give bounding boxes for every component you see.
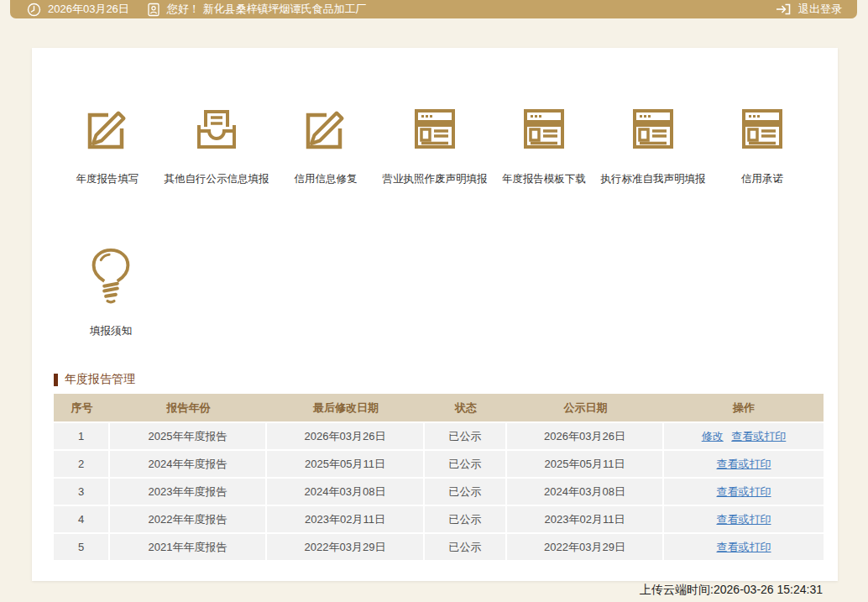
cell-actions: 查看或打印 — [664, 505, 824, 532]
logout-button[interactable]: 退出登录 — [775, 2, 842, 17]
quick-action-license-void-declaration[interactable]: 营业执照作废声明填报 — [380, 103, 489, 186]
table-row: 4 2022年年度报告 2023年02月11日 已公示 2023年02月11日 … — [54, 505, 824, 532]
cell-publish-date: 2026年03月26日 — [507, 421, 664, 449]
cell-no: 3 — [54, 477, 110, 505]
quick-action-annual-report-fill[interactable]: 年度报告填写 — [53, 103, 162, 186]
cell-last-modified: 2026年03月26日 — [267, 421, 425, 449]
view-or-print-link[interactable]: 查看或打印 — [717, 513, 771, 526]
edit-icon — [300, 103, 352, 155]
quick-action-label: 其他自行公示信息填报 — [165, 172, 269, 186]
window-form-icon — [736, 103, 788, 155]
quick-action-credit-commitment[interactable]: 信用承诺 — [708, 103, 817, 186]
cell-publish-date: 2024年03月08日 — [507, 477, 664, 505]
column-header-no: 序号 — [54, 394, 110, 421]
cell-status: 已公示 — [425, 449, 507, 477]
table-row: 2 2024年年度报告 2025年05月11日 已公示 2025年05月11日 … — [54, 449, 824, 477]
cell-no: 5 — [54, 532, 110, 560]
cell-actions: 查看或打印 — [664, 449, 824, 477]
window-form-icon — [518, 103, 570, 155]
quick-action-credit-repair[interactable]: 信用信息修复 — [271, 103, 380, 186]
cell-publish-date: 2025年05月11日 — [507, 449, 664, 477]
cell-publish-date: 2023年02月11日 — [507, 505, 664, 532]
quick-action-label: 信用承诺 — [741, 172, 783, 186]
quick-action-label: 年度报告模板下载 — [502, 172, 586, 186]
cell-no: 2 — [54, 449, 110, 477]
annual-report-table: 序号 报告年份 最后修改日期 状态 公示日期 操作 1 2025年年度报告 20… — [54, 394, 824, 560]
inbox-document-icon — [191, 103, 243, 155]
cell-actions: 查看或打印 — [664, 477, 824, 505]
view-or-print-link[interactable]: 查看或打印 — [731, 430, 786, 442]
current-date: 2026年03月26日 — [48, 2, 129, 17]
clock-icon — [27, 3, 41, 17]
quick-action-standard-self-declaration[interactable]: 执行标准自我声明填报 — [599, 103, 708, 186]
upload-cloud-timestamp: 上传云端时间:2026-03-26 15:24:31 — [640, 583, 823, 598]
filing-notice-button[interactable]: 填报须知 — [57, 247, 165, 338]
column-header-status: 状态 — [425, 394, 507, 421]
logout-icon — [775, 3, 792, 16]
cell-report-year: 2022年年度报告 — [110, 505, 267, 532]
cell-status: 已公示 — [425, 421, 507, 449]
annual-report-section-header: 年度报告管理 — [54, 372, 838, 387]
column-header-report-year: 报告年份 — [110, 394, 267, 421]
table-row: 5 2021年年度报告 2022年03月29日 已公示 2022年03月29日 … — [54, 532, 824, 560]
quick-action-annual-report-template[interactable]: 年度报告模板下载 — [489, 103, 599, 186]
cell-last-modified: 2025年05月11日 — [267, 449, 425, 477]
cell-last-modified: 2024年03月08日 — [267, 477, 425, 505]
quick-action-label: 执行标准自我声明填报 — [601, 172, 706, 186]
topbar: 2026年03月26日 您好！ 新化县桑梓镇坪烟谭氏食品加工厂 退出登录 — [10, 0, 857, 18]
cell-status: 已公示 — [425, 477, 507, 505]
edit-icon — [81, 103, 133, 155]
column-header-actions: 操作 — [664, 394, 824, 421]
quick-action-label: 年度报告填写 — [76, 172, 139, 186]
table-row: 1 2025年年度报告 2026年03月26日 已公示 2026年03月26日 … — [54, 421, 824, 449]
cell-last-modified: 2022年03月29日 — [267, 532, 425, 560]
cell-actions: 查看或打印 — [664, 532, 824, 560]
cell-no: 4 — [54, 505, 110, 532]
cell-last-modified: 2023年02月11日 — [267, 505, 425, 532]
view-or-print-link[interactable]: 查看或打印 — [717, 485, 771, 498]
logout-label: 退出登录 — [798, 2, 842, 17]
quick-action-label: 信用信息修复 — [295, 172, 358, 186]
cell-status: 已公示 — [425, 505, 507, 532]
cell-report-year: 2023年年度报告 — [110, 477, 267, 505]
quick-actions-row: 年度报告填写 其他自行公示信息填报 信用信息修复 — [32, 48, 838, 186]
quick-action-label: 营业执照作废声明填报 — [383, 172, 488, 186]
cell-report-year: 2025年年度报告 — [110, 421, 267, 449]
view-or-print-link[interactable]: 查看或打印 — [717, 541, 771, 553]
section-marker — [54, 374, 58, 386]
cell-no: 1 — [54, 421, 110, 449]
section-title: 年度报告管理 — [65, 372, 135, 387]
lightbulb-icon — [84, 247, 138, 309]
quick-action-other-public-info[interactable]: 其他自行公示信息填报 — [162, 103, 271, 186]
user-badge-icon — [148, 3, 160, 17]
user-greeting: 您好！ 新化县桑梓镇坪烟谭氏食品加工厂 — [167, 2, 367, 17]
table-row: 3 2023年年度报告 2024年03月08日 已公示 2024年03月08日 … — [54, 477, 824, 505]
view-or-print-link[interactable]: 查看或打印 — [717, 458, 771, 470]
window-form-icon — [409, 103, 461, 155]
column-header-publish-date: 公示日期 — [507, 394, 664, 421]
cell-status: 已公示 — [425, 532, 507, 560]
cell-actions: 修改 查看或打印 — [664, 421, 824, 449]
modify-link[interactable]: 修改 — [702, 430, 724, 442]
cell-report-year: 2021年年度报告 — [110, 532, 267, 560]
column-header-last-modified: 最后修改日期 — [267, 394, 425, 421]
table-header-row: 序号 报告年份 最后修改日期 状态 公示日期 操作 — [54, 394, 824, 421]
cell-publish-date: 2022年03月29日 — [507, 532, 664, 560]
cell-report-year: 2024年年度报告 — [110, 449, 267, 477]
main-panel: 年度报告填写 其他自行公示信息填报 信用信息修复 — [32, 48, 838, 581]
window-form-icon — [627, 103, 679, 155]
notice-label: 填报须知 — [90, 324, 132, 338]
